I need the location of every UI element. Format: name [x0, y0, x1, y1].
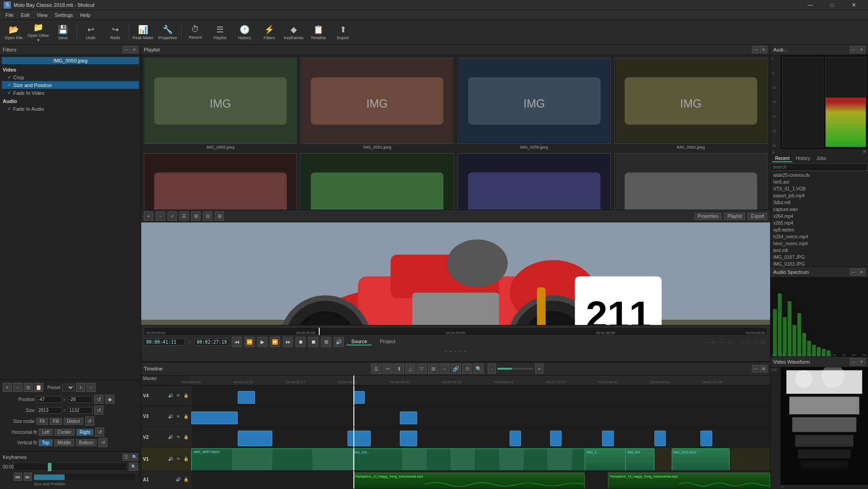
- v3-audio-btn[interactable]: 🔊: [167, 413, 174, 420]
- recent-item-2[interactable]: VTS_01_1.VOB: [771, 185, 867, 192]
- size-mode-distort[interactable]: Distort: [64, 418, 83, 425]
- redo-button[interactable]: ↪ Redo: [103, 21, 127, 43]
- playlist-check-btn[interactable]: ✓: [168, 211, 177, 221]
- size-mode-reset-btn[interactable]: ↺: [85, 417, 94, 426]
- v3-lock-btn[interactable]: 🔒: [183, 413, 189, 420]
- vert-top-btn[interactable]: Top: [39, 439, 52, 446]
- recent-search-input[interactable]: [771, 163, 868, 171]
- menu-help[interactable]: Help: [77, 11, 94, 19]
- close-button[interactable]: ✕: [843, 0, 864, 10]
- v2-eye-btn[interactable]: 👁: [175, 434, 181, 440]
- playlist-info-btn[interactable]: ⊞: [215, 211, 224, 221]
- v1-multi-clip[interactable]: IMG_005...: [353, 448, 597, 470]
- filters-button[interactable]: ⚡ Filters: [257, 21, 281, 43]
- size-h-input[interactable]: [67, 407, 92, 414]
- remove-filter-btn[interactable]: −: [13, 383, 22, 392]
- tl-append-btn[interactable]: ⊞: [428, 364, 438, 374]
- save-button[interactable]: 💾 Save: [51, 21, 75, 43]
- timeline-minimize-btn[interactable]: —: [752, 365, 759, 372]
- playlist-item-1[interactable]: IMG IMG_0061.jpeg: [300, 57, 454, 150]
- v4-clip-1[interactable]: [238, 391, 255, 404]
- recent-item-5[interactable]: capture.wav: [771, 206, 867, 213]
- tl-ripple-btn[interactable]: ↔: [439, 364, 449, 374]
- volume-btn[interactable]: 🔊: [334, 337, 344, 347]
- menu-view[interactable]: View: [33, 11, 51, 19]
- maximize-button[interactable]: □: [822, 0, 842, 10]
- playlist-minimize-btn[interactable]: —: [752, 46, 759, 53]
- size-w-input[interactable]: [36, 407, 61, 414]
- export-tab-btn[interactable]: Export: [748, 213, 767, 220]
- recent-item-4[interactable]: 3dlut.mlt: [771, 199, 867, 206]
- open-other-button[interactable]: 📁 Open Other ▾: [26, 21, 50, 43]
- tl-cut-btn[interactable]: ✂: [383, 364, 393, 374]
- filter-fade-in-audio[interactable]: ✓ Fade In Audio: [2, 105, 139, 113]
- filters-close-btn[interactable]: ✕: [131, 46, 138, 53]
- size-reset-btn[interactable]: ↺: [94, 406, 103, 415]
- playlist-view-btn[interactable]: ⊟: [203, 211, 212, 221]
- kf-next-btn[interactable]: ⏭: [24, 473, 32, 481]
- properties-button[interactable]: 🔧 Properties: [156, 21, 179, 43]
- recent-item-12[interactable]: IMG_0187.JPG: [771, 254, 867, 261]
- horiz-right-btn[interactable]: Right: [77, 429, 93, 436]
- preset-remove-btn[interactable]: −: [87, 383, 96, 392]
- keyframe-thumb[interactable]: [48, 463, 51, 471]
- v4-clip-2[interactable]: [353, 391, 365, 404]
- playlist-item-3[interactable]: IMG IMG_0062.jpeg: [613, 57, 768, 150]
- menu-file[interactable]: File: [2, 11, 17, 19]
- recent-item-6[interactable]: x264.mp4: [771, 213, 867, 220]
- spectrum-close-btn[interactable]: ✕: [858, 268, 865, 276]
- right-audio-close[interactable]: ✕: [858, 46, 865, 53]
- tl-snap-btn[interactable]: 🔗: [451, 364, 461, 374]
- recent-tab[interactable]: Recent: [772, 155, 792, 162]
- v3-clip-2[interactable]: [400, 412, 417, 424]
- v2-clip-7[interactable]: [654, 431, 666, 446]
- playlist-close-btn[interactable]: ✕: [760, 46, 767, 53]
- playlist-list-btn[interactable]: ☰: [179, 211, 189, 221]
- kf-size-pos-timeline[interactable]: [34, 473, 136, 480]
- size-mode-fill[interactable]: Fill: [50, 418, 62, 425]
- filters-minimize-btn[interactable]: —: [123, 46, 130, 53]
- v1-clip-72b[interactable]: IMG_0072.MOV: [672, 448, 730, 470]
- filter-crop[interactable]: ✓ Crop: [2, 73, 139, 81]
- tl-scrub-btn[interactable]: ⊙: [462, 364, 472, 374]
- v2-clip-4[interactable]: [510, 431, 521, 446]
- v2-clip-1[interactable]: [238, 431, 272, 446]
- step-fwd-btn[interactable]: ⏩: [270, 337, 280, 347]
- kf-zoom-btn[interactable]: 🔍: [129, 463, 138, 471]
- tl-zoom-in[interactable]: +: [535, 364, 543, 374]
- v2-clip-2[interactable]: [347, 431, 371, 446]
- position-x-input[interactable]: [36, 396, 61, 403]
- keyframes-button[interactable]: ◆ Keyframes: [282, 21, 306, 43]
- grid-btn[interactable]: ⊞: [321, 337, 331, 347]
- v4-lock-btn[interactable]: 🔒: [183, 392, 189, 399]
- go-to-end-btn[interactable]: ⏭: [283, 337, 293, 347]
- current-time-input[interactable]: [144, 339, 185, 345]
- horiz-left-btn[interactable]: Left: [39, 429, 53, 436]
- vert-middle-btn[interactable]: Middle: [54, 439, 74, 446]
- recent-item-7[interactable]: x265.mp4: [771, 220, 867, 226]
- tl-up-btn[interactable]: △: [405, 364, 415, 374]
- add-filter-btn[interactable]: +: [3, 383, 12, 392]
- filter-size-position[interactable]: ✓ Size and Position: [2, 81, 139, 89]
- v2-audio-btn[interactable]: 🔊: [167, 434, 174, 440]
- v4-eye-btn[interactable]: 👁: [175, 392, 181, 399]
- open-file-button[interactable]: 📂 Open File: [2, 21, 26, 43]
- undo-button[interactable]: ↩ Undo: [79, 21, 102, 43]
- a1-clip-1[interactable]: Pachyderm_13_Happy_Song_instrumental.mp3: [353, 473, 585, 489]
- v3-clip-1[interactable]: [191, 412, 238, 424]
- tl-down-btn[interactable]: ▽: [417, 364, 427, 374]
- position-reset-btn[interactable]: ↺: [94, 395, 103, 404]
- v3-eye-btn[interactable]: 👁: [175, 413, 181, 420]
- project-tab[interactable]: Project: [375, 338, 400, 345]
- step-back-btn[interactable]: ⏪: [245, 337, 255, 347]
- tl-menu-btn[interactable]: ☰: [371, 364, 381, 374]
- kf-prev-btn[interactable]: ⏮: [14, 473, 22, 481]
- timeline-float-btn[interactable]: ⊞: [760, 365, 767, 372]
- playlist-remove-btn[interactable]: −: [156, 211, 165, 221]
- kf-menu-btn[interactable]: ☰: [123, 453, 130, 461]
- waveform-minimize-btn[interactable]: —: [850, 358, 857, 365]
- export-button[interactable]: ⬆ Export: [331, 21, 355, 43]
- playlist-button[interactable]: ☰ Playlist: [208, 21, 232, 43]
- right-audio-minimize[interactable]: —: [850, 46, 857, 53]
- menu-edit[interactable]: Edit: [17, 11, 33, 19]
